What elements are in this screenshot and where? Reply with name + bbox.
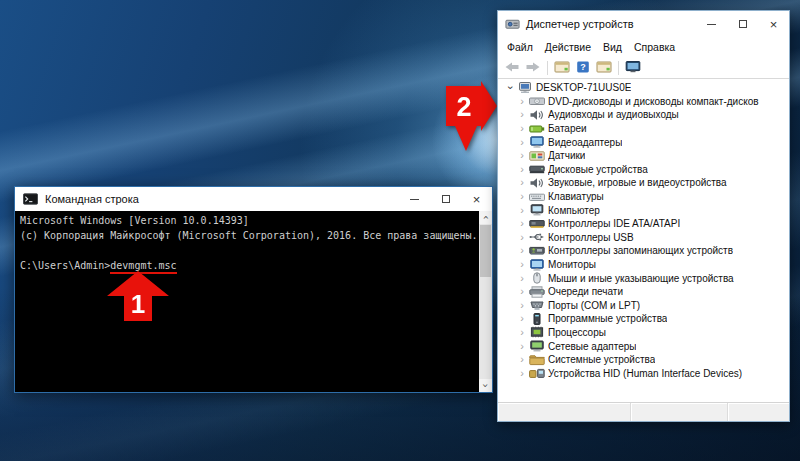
minimize-button[interactable] [696, 11, 727, 37]
tree-item[interactable]: ›Контроллеры USB [498, 231, 789, 245]
tree-item[interactable]: ›Контроллеры IDE ATA/ATAPI [498, 217, 789, 231]
cmd-output-area[interactable]: Microsoft Windows [Version 10.0.14393](с… [15, 211, 492, 392]
tree-root-label: DESKTOP-71UUS0E [536, 82, 631, 93]
video-adapter-icon [529, 136, 545, 148]
tree-item-label: Очереди печати [548, 286, 623, 297]
tree-item[interactable]: ›Процессоры [498, 326, 789, 340]
chevron-right-icon[interactable]: › [516, 164, 528, 175]
system-device-icon [529, 354, 545, 366]
tree-item[interactable]: ›Устройства HID (Human Interface Devices… [498, 366, 789, 380]
chevron-right-icon[interactable]: › [516, 368, 528, 379]
cmd-output-line [20, 243, 474, 258]
tree-item-label: Сетевые адаптеры [548, 341, 636, 352]
chevron-right-icon[interactable]: › [516, 96, 528, 107]
cmd-titlebar[interactable]: Командная строка × [15, 187, 492, 211]
chevron-right-icon[interactable]: › [516, 123, 528, 134]
step-1-arrow: 1 [107, 271, 169, 325]
ports-icon [529, 299, 545, 311]
back-icon[interactable] [504, 61, 520, 74]
processor-icon [529, 326, 545, 338]
cmd-scrollbar[interactable]: › › [479, 211, 492, 392]
tree-item[interactable]: ›Системные устройства [498, 353, 789, 367]
menu-file[interactable]: Файл [501, 41, 539, 53]
chevron-right-icon[interactable]: › [516, 150, 528, 161]
cmd-window-title: Командная строка [45, 193, 139, 205]
chevron-right-icon[interactable]: › [516, 354, 528, 365]
tree-root[interactable]: › DESKTOP-71UUS0E [498, 81, 789, 95]
chevron-down-icon[interactable]: › [505, 82, 516, 94]
chevron-right-icon[interactable]: › [516, 245, 528, 256]
menu-view[interactable]: Вид [597, 41, 628, 53]
device-manager-titlebar[interactable]: Диспетчер устройств × [498, 11, 789, 37]
usb-controller-icon [529, 231, 545, 243]
chevron-right-icon[interactable]: › [516, 286, 528, 297]
tree-item[interactable]: ›Мыши и иные указывающие устройства [498, 271, 789, 285]
cmd-icon [23, 193, 38, 206]
maximize-button[interactable] [430, 187, 461, 211]
minimize-icon [410, 199, 419, 200]
chevron-right-icon[interactable]: › [516, 191, 528, 202]
mouse-icon [529, 272, 545, 284]
help-icon[interactable]: ? [575, 61, 591, 74]
chevron-right-icon[interactable]: › [516, 109, 528, 120]
status-bar-segment [631, 403, 728, 421]
tree-item-label: Дисковые устройства [548, 164, 648, 175]
tree-item[interactable]: ›Звуковые, игровые и видеоустройства [498, 176, 789, 190]
chevron-right-icon[interactable]: › [516, 232, 528, 243]
minimize-button[interactable] [399, 187, 430, 211]
forward-icon[interactable] [525, 61, 541, 74]
tree-item-label: Аудиовходы и аудиовыходы [548, 109, 679, 120]
tree-item[interactable]: ›Видеоадаптеры [498, 135, 789, 149]
tree-item[interactable]: ›Клавиатуры [498, 190, 789, 204]
toolbar-separator [618, 61, 619, 75]
tree-item[interactable]: ›Датчики [498, 149, 789, 163]
tree-item[interactable]: ›Порты (COM и LPT) [498, 299, 789, 313]
tree-item[interactable]: ›Мониторы [498, 258, 789, 272]
dvd-drive-icon [529, 95, 545, 107]
tree-item[interactable]: ›Дисковые устройства [498, 163, 789, 177]
menu-bar: Файл Действие Вид Справка [498, 37, 789, 57]
chevron-right-icon[interactable]: › [516, 205, 528, 216]
chevron-right-icon[interactable]: › [516, 137, 528, 148]
tree-item[interactable]: ›Программные устройства [498, 312, 789, 326]
chevron-right-icon[interactable]: › [516, 218, 528, 229]
close-icon: × [473, 193, 481, 206]
scan-hardware-icon[interactable] [625, 61, 641, 74]
tree-item[interactable]: ›Очереди печати [498, 285, 789, 299]
chevron-right-icon[interactable]: › [516, 327, 528, 338]
step-2-arrow: 2 [444, 81, 497, 155]
computer-root-icon [517, 82, 533, 94]
tree-item[interactable]: ›Компьютер [498, 203, 789, 217]
chevron-right-icon[interactable]: › [516, 313, 528, 324]
menu-action[interactable]: Действие [539, 41, 597, 53]
close-button[interactable]: × [461, 187, 492, 211]
chevron-right-icon[interactable]: › [516, 341, 528, 352]
chevron-right-icon[interactable]: › [516, 259, 528, 270]
cmd-window-controls: × [399, 187, 492, 211]
scroll-up-icon[interactable]: › [479, 211, 492, 224]
close-icon: × [770, 18, 778, 31]
scroll-down-icon[interactable]: › [479, 379, 492, 392]
show-console-tree-icon[interactable] [554, 61, 570, 74]
software-device-icon [529, 313, 545, 325]
cmd-output-line: Microsoft Windows [Version 10.0.14393] [20, 213, 474, 228]
properties-icon[interactable] [596, 61, 612, 74]
tree-item-label: Датчики [548, 150, 585, 161]
keyboard-icon [529, 191, 545, 203]
tree-item[interactable]: ›Контроллеры запоминающих устройств [498, 244, 789, 258]
tree-item[interactable]: ›Батареи [498, 122, 789, 136]
dm-window-controls: × [696, 11, 789, 37]
close-button[interactable]: × [758, 11, 789, 37]
chevron-right-icon[interactable]: › [516, 300, 528, 311]
tree-item-label: Клавиатуры [548, 191, 604, 202]
minimize-icon [707, 24, 716, 25]
tree-item-label: Мониторы [548, 259, 596, 270]
tree-item[interactable]: ›Сетевые адаптеры [498, 339, 789, 353]
tree-item[interactable]: ›Аудиовходы и аудиовыходы [498, 108, 789, 122]
tree-item[interactable]: ›DVD-дисководы и дисководы компакт-диско… [498, 95, 789, 109]
chevron-right-icon[interactable]: › [516, 177, 528, 188]
maximize-button[interactable] [727, 11, 758, 37]
menu-help[interactable]: Справка [628, 41, 681, 53]
scrollbar-thumb[interactable] [480, 225, 491, 277]
chevron-right-icon[interactable]: › [516, 273, 528, 284]
